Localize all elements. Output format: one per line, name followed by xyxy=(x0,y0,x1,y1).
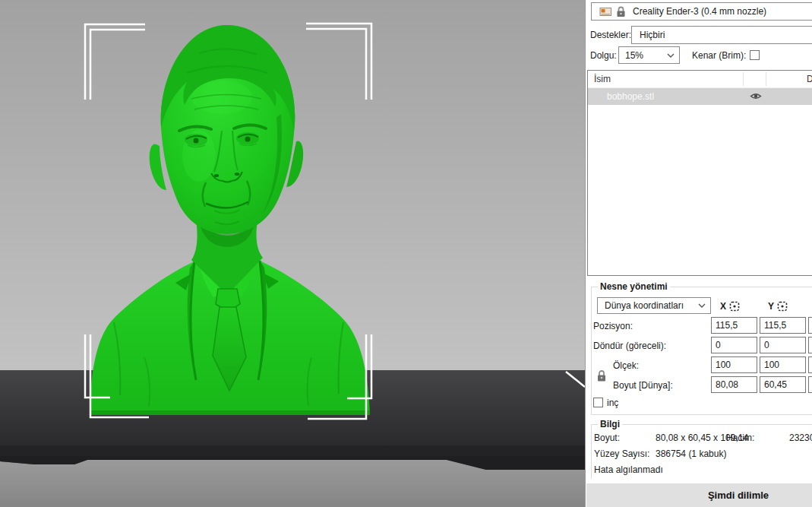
size-label: Boyut [Dünya]: xyxy=(613,380,673,391)
scale-y-field[interactable] xyxy=(760,356,806,373)
info-volume-value: 23230 xyxy=(789,433,812,443)
inches-label: inç xyxy=(607,398,618,408)
infill-value: 15% xyxy=(625,50,643,61)
infill-label: Dolgu: xyxy=(590,50,617,61)
name-column-header: İsim xyxy=(594,74,611,84)
uniform-scale-lock-icon[interactable] xyxy=(596,369,607,382)
axis-y-header: Y xyxy=(768,301,774,312)
3d-viewport[interactable] xyxy=(0,0,585,507)
printer-preset-combo[interactable]: Creality Ender-3 (0.4 mm nozzle) xyxy=(591,2,812,21)
position-label: Pozisyon: xyxy=(593,321,633,331)
clipped-column-header: D xyxy=(807,74,812,84)
3d-scene xyxy=(0,0,585,507)
column-divider xyxy=(743,72,744,86)
object-list-header: İsim D xyxy=(588,71,812,88)
scale-z-field[interactable] xyxy=(808,356,812,373)
rotate-x-field[interactable] xyxy=(711,337,757,353)
info-errors-text: Hata algılanmadı xyxy=(594,464,663,475)
manipulation-title: Nesne yönetimi xyxy=(598,281,670,292)
position-y-field[interactable] xyxy=(760,317,806,334)
object-list-row[interactable]: bobhope.stl xyxy=(588,88,812,105)
column-divider xyxy=(766,72,766,86)
lock-icon xyxy=(616,6,626,17)
supports-label: Destekler: xyxy=(590,30,631,40)
info-size-label: Boyut: xyxy=(594,433,620,443)
axis-x-header: X xyxy=(720,301,726,312)
supports-value: Hiçbiri xyxy=(640,30,665,40)
position-z-field[interactable] xyxy=(808,317,812,334)
coordinate-system-value: Dünya koordinatları xyxy=(605,300,684,311)
info-volume-label: Hacim: xyxy=(726,433,754,443)
object-list: İsim D bobhope.stl xyxy=(587,70,812,276)
settings-panel: Creality Ender-3 (0.4 mm nozzle) Destekl… xyxy=(585,0,812,507)
axis-y-icon xyxy=(777,301,788,312)
brim-label: Kenar (Brim): xyxy=(692,50,746,61)
scale-label: Ölçek: xyxy=(613,360,639,371)
coordinate-system-combo[interactable]: Dünya koordinatları xyxy=(597,297,711,314)
supports-combo[interactable]: Hiçbiri xyxy=(631,26,812,44)
size-z-field[interactable] xyxy=(808,376,812,393)
chevron-down-icon xyxy=(698,303,706,308)
printer-icon xyxy=(599,6,612,17)
inches-checkbox[interactable] xyxy=(593,398,603,407)
chevron-down-icon xyxy=(667,53,675,58)
axis-x-icon xyxy=(729,301,740,312)
info-facets-label: Yüzey Sayısı: xyxy=(594,448,649,459)
size-x-field[interactable] xyxy=(711,376,757,393)
scale-x-field[interactable] xyxy=(711,356,757,373)
size-y-field[interactable] xyxy=(760,376,806,393)
position-x-field[interactable] xyxy=(711,317,757,334)
eye-icon[interactable] xyxy=(750,91,762,101)
infill-combo[interactable]: 15% xyxy=(618,46,680,64)
rotate-label: Döndür (göreceli): xyxy=(593,341,666,351)
printer-preset-name: Creality Ender-3 (0.4 mm nozzle) xyxy=(633,6,766,17)
brim-checkbox[interactable] xyxy=(750,50,760,60)
slice-now-button[interactable]: Şimdi dilimle xyxy=(586,483,812,507)
object-name: bobhope.stl xyxy=(607,91,654,102)
rotate-y-field[interactable] xyxy=(760,337,806,353)
info-title: Bilgi xyxy=(598,419,622,429)
rotate-z-field[interactable]: 0 xyxy=(808,337,812,353)
info-facets-value: 386754 (1 kabuk) xyxy=(656,448,726,459)
slice-now-label: Şimdi dilimle xyxy=(708,490,769,501)
